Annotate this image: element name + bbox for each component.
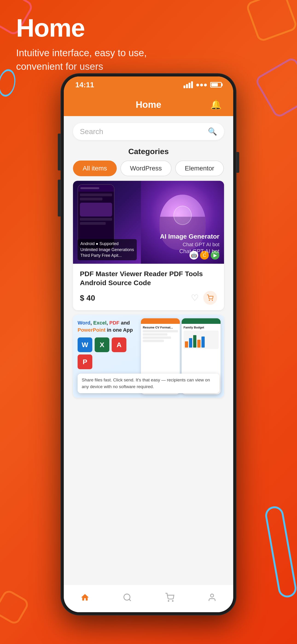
cat-tab-wordpress[interactable]: WordPress [120,160,172,176]
ai-figure [141,181,224,264]
svg-point-2 [124,594,130,600]
nav-home[interactable] [80,593,90,604]
product-card-2: Word, Excel, PDF and PowerPoint in one A… [73,315,224,398]
product-image-1: AI Image Generator Chat GPT AI bot Andro… [73,181,224,264]
search-bar[interactable]: Search 🔍 [73,123,224,140]
product-price-1: $ 40 [80,294,95,302]
home-svg [80,593,90,602]
nav-cart[interactable] [165,593,174,604]
add-to-cart-button-1[interactable] [203,291,217,305]
search-placeholder-text: Search [80,127,208,136]
product-actions-1: ♡ [191,291,217,305]
nav-search[interactable] [123,593,132,604]
search-section: Search 🔍 [64,116,233,145]
ai-text-overlay: AI Image Generator Chat GPT AI bot [160,232,220,248]
ppt-icon: P [78,354,92,369]
deco-shape-4 [254,56,297,119]
app-topbar: Home 🔔 [64,93,233,116]
signal-icon [184,81,193,88]
home-icon [80,593,90,604]
android-badge: Android ● Supported Unlimited Image Gene… [78,239,137,260]
svg-line-3 [129,599,131,601]
product-card-1: AI Image Generator Chat GPT AI bot Andro… [73,181,224,310]
word-icon: W [78,338,92,352]
profile-nav-icon [208,593,217,604]
product-image-2: Word, Excel, PDF and PowerPoint in one A… [73,315,224,398]
category-tabs: All items WordPress Elementor Hosting [73,160,224,176]
cart-nav-icon [165,593,174,604]
product-footer-1: $ 40 ♡ [80,291,217,305]
deco-shape-2 [245,0,297,42]
phone-screen: 14:11 ●●● Home 🔔 [64,76,233,612]
products-section: AI Image Generator Chat GPT AI bot Andro… [64,181,233,398]
status-bar: 14:11 ●●● [64,76,233,93]
wishlist-button-1[interactable]: ♡ [191,293,199,303]
cat-tab-all-items[interactable]: All items [73,160,117,176]
search-nav-icon [123,593,132,604]
cart-svg [165,593,174,602]
hero-subtitle: Intuitive interface, easy to use, conven… [16,46,147,74]
excel-icon: X [95,338,109,352]
deco-shape-5 [264,505,297,599]
deco-shape-3 [0,68,18,98]
share-popup: Share files fast. Click send. It's that … [78,374,220,393]
svg-point-6 [210,594,214,597]
nav-profile[interactable] [208,593,217,604]
search-svg [123,593,132,602]
categories-title: Categories [73,147,224,156]
wifi-icon: ●●● [196,81,208,88]
hero-title: Home [16,14,147,42]
status-icons: ●●● [184,81,222,88]
svg-point-1 [212,300,212,300]
deco-shape-6 [0,588,30,626]
platform-icons: 🤖 C ▶ [190,251,220,260]
product-title-1: PDF Master Viewer Reader PDF Tools Andro… [80,269,217,287]
pdf-icon: A [112,338,126,352]
product-info-1: PDF Master Viewer Reader PDF Tools Andro… [73,264,224,310]
app-title: Home [136,100,161,110]
phone-wrapper: 14:11 ●●● Home 🔔 [61,74,236,615]
bottom-nav [64,584,233,612]
hero-header: Home Intuitive interface, easy to use, c… [16,14,147,74]
cat-tab-elementor[interactable]: Elementor [175,160,224,176]
svg-point-4 [168,600,169,601]
office-bg: Word, Excel, PDF and PowerPoint in one A… [73,315,224,398]
profile-svg [208,593,217,602]
screen-content: Search 🔍 Categories All items WordPress … [64,116,233,584]
bell-icon[interactable]: 🔔 [210,99,222,110]
battery-icon [210,82,222,88]
search-icon: 🔍 [208,127,217,136]
categories-section: Categories All items WordPress Elementor… [64,145,233,181]
phone-outer: 14:11 ●●● Home 🔔 [61,74,236,615]
cart-icon [207,294,214,301]
status-time: 14:11 [75,80,94,89]
svg-point-5 [172,600,173,601]
svg-point-0 [209,300,210,300]
office-text: Word, Excel, PDF and PowerPoint in one A… [78,320,146,369]
